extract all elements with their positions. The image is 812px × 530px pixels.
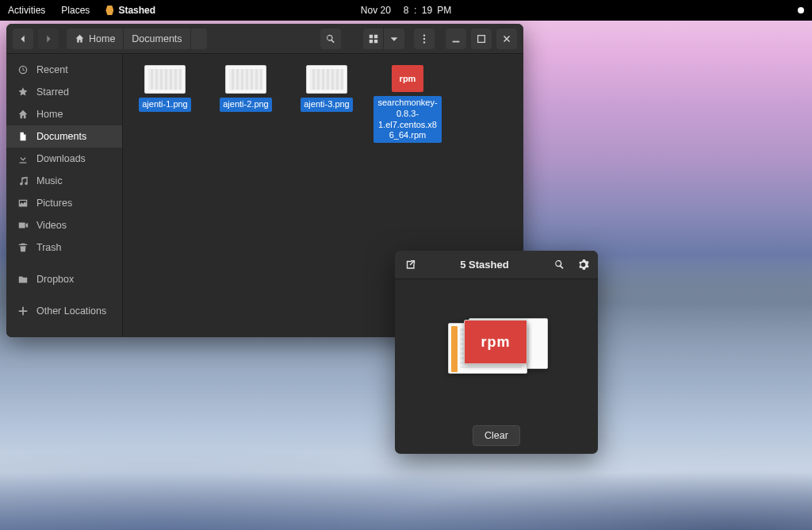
sidebar-item-label: Starred: [36, 86, 69, 98]
plus-icon: [17, 305, 29, 317]
path-current[interactable]: Documents: [124, 29, 190, 49]
kebab-icon: [419, 33, 430, 44]
image-thumbnail-icon: [225, 65, 266, 94]
forward-button[interactable]: [38, 29, 59, 49]
sidebar-item-documents[interactable]: Documents: [6, 125, 122, 148]
hamburger-menu[interactable]: [414, 29, 435, 49]
chevron-down-icon: [389, 33, 400, 44]
path-home[interactable]: Home: [67, 29, 124, 49]
close-button[interactable]: [496, 29, 517, 49]
sidebar-item-pictures[interactable]: Pictures: [6, 192, 122, 214]
status-indicator-icon[interactable]: [798, 7, 804, 13]
minimize-button[interactable]: [446, 29, 466, 49]
svg-rect-3: [453, 40, 460, 42]
sidebar: RecentStarredHomeDocumentsDownloadsMusic…: [6, 54, 123, 337]
stashed-window: 5 Stashed rpm Clear: [395, 251, 598, 454]
sidebar-item-home[interactable]: Home: [6, 103, 122, 125]
pathbar: Home Documents: [67, 29, 207, 49]
arrow-right-icon: [43, 33, 54, 44]
search-icon: [553, 259, 565, 271]
download-icon: [17, 153, 29, 164]
clear-button[interactable]: Clear: [473, 425, 520, 446]
activities-button[interactable]: Activities: [8, 5, 45, 16]
sidebar-item-trash[interactable]: Trash: [6, 236, 122, 259]
stash-search-button[interactable]: [550, 256, 568, 274]
home-icon: [75, 33, 85, 44]
stash-card-rpm: rpm: [464, 320, 527, 364]
places-menu[interactable]: Places: [61, 5, 90, 16]
sidebar-item-label: Home: [36, 109, 63, 120]
image-thumbnail-icon: [144, 65, 186, 94]
documents-icon: [17, 131, 29, 142]
trash-icon: [17, 242, 29, 253]
app-menu[interactable]: Stashed: [105, 5, 155, 16]
stash-settings-button[interactable]: [574, 256, 592, 274]
back-button[interactable]: [13, 29, 33, 49]
stash-preview-stack: rpm: [445, 317, 548, 380]
sidebar-item-label: Music: [36, 175, 63, 186]
sidebar-item-music[interactable]: Music: [6, 170, 122, 192]
folder-icon: [17, 274, 29, 285]
sidebar-item-label: Documents: [36, 131, 86, 142]
file-name: ajenti-1.png: [139, 98, 191, 112]
file-item[interactable]: ajenti-1.png: [131, 65, 199, 112]
sidebar-item-label: Videos: [36, 220, 67, 231]
clock-hour: 8: [404, 5, 409, 16]
file-name: searchmonkey-0.8.3-1.el7.centos.x86_64.r…: [373, 96, 442, 143]
sidebar-item-label: Downloads: [36, 153, 86, 164]
clock-ampm: PM: [437, 5, 451, 16]
pop-out-button[interactable]: [401, 256, 419, 274]
gear-icon: [577, 259, 589, 271]
clock-date: Nov 20: [361, 5, 391, 16]
sidebar-item-downloads[interactable]: Downloads: [6, 148, 122, 170]
file-item[interactable]: ajenti-2.png: [212, 65, 280, 112]
home-icon: [17, 109, 29, 120]
sidebar-item-videos[interactable]: Videos: [6, 214, 122, 236]
stash-drop-area[interactable]: rpm: [395, 279, 598, 417]
view-grid-button[interactable]: [363, 29, 384, 49]
videos-icon: [17, 220, 29, 231]
path-home-label: Home: [89, 33, 115, 44]
sidebar-item-label: Dropbox: [36, 274, 74, 285]
file-item[interactable]: ajenti-3.png: [293, 65, 361, 112]
svg-point-0: [423, 34, 425, 36]
star-icon: [17, 86, 29, 98]
file-name: ajenti-3.png: [301, 98, 353, 112]
app-menu-label: Stashed: [118, 5, 155, 16]
sidebar-item-starred[interactable]: Starred: [6, 81, 122, 103]
arrow-left-icon: [17, 33, 29, 44]
file-name: ajenti-2.png: [220, 98, 272, 112]
view-options-button[interactable]: [384, 29, 404, 49]
files-headerbar: Home Documents: [6, 24, 523, 54]
rpm-icon: rpm: [392, 65, 423, 92]
sidebar-item-recent[interactable]: Recent: [6, 59, 122, 81]
sidebar-item-label: Pictures: [36, 198, 72, 209]
sidebar-item-dropbox[interactable]: Dropbox: [6, 268, 122, 290]
svg-point-1: [423, 37, 425, 39]
image-thumbnail-icon: [306, 65, 347, 94]
popout-icon: [404, 259, 416, 271]
sidebar-item-label: Recent: [36, 64, 68, 75]
path-current-label: Documents: [132, 33, 182, 44]
sidebar-item-label: Trash: [36, 242, 62, 253]
music-icon: [17, 175, 29, 186]
clock-minute: 19: [422, 5, 432, 16]
maximize-icon: [476, 33, 487, 44]
minimize-icon: [450, 33, 462, 44]
stashed-headerbar: 5 Stashed: [395, 251, 598, 279]
stashed-app-icon: [105, 6, 113, 15]
sidebar-item-other-locations[interactable]: Other Locations: [6, 300, 122, 322]
path-dropdown[interactable]: [191, 29, 207, 49]
view-switcher: [363, 29, 404, 49]
clock-icon: [17, 64, 29, 75]
file-item[interactable]: rpmsearchmonkey-0.8.3-1.el7.centos.x86_6…: [373, 65, 442, 143]
gnome-top-bar: Activities Places Stashed Nov 20 819 PM: [0, 0, 812, 21]
clock[interactable]: Nov 20 819 PM: [361, 5, 451, 16]
maximize-button[interactable]: [471, 29, 492, 49]
search-button[interactable]: [320, 29, 341, 49]
rpm-badge: rpm: [481, 334, 510, 351]
sidebar-item-label: Other Locations: [36, 305, 106, 317]
stashed-title: 5 Stashed: [425, 259, 544, 271]
close-icon: [501, 33, 512, 44]
svg-rect-4: [478, 35, 485, 42]
